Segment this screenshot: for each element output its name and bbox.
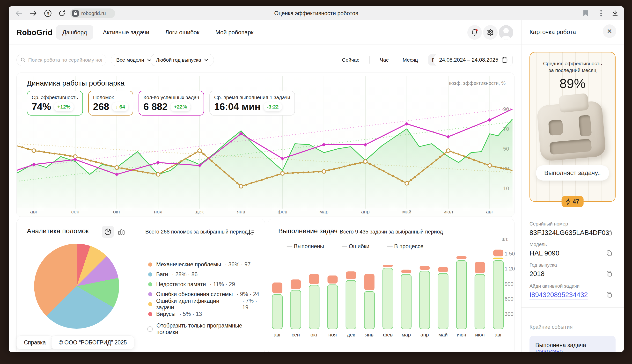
kpi-value: 6 882 xyxy=(143,101,168,112)
robot-image xyxy=(536,93,609,163)
app-logo: RoboGrid xyxy=(16,28,52,37)
legend-item-task-id-errors[interactable]: Ошибки идентификации задачи· 7% · 19 xyxy=(148,299,265,309)
svg-text:янв: янв xyxy=(237,209,245,214)
task-id-link[interactable]: I894320895234432 xyxy=(530,291,588,300)
notifications-button[interactable] xyxy=(467,25,482,40)
pie-chart-icon xyxy=(104,228,112,236)
main-nav: Дэшборд Активные задачи Логи ошибок Мой … xyxy=(56,20,260,44)
browser-menu-icon[interactable] xyxy=(597,9,606,18)
chevron-down-icon xyxy=(204,58,208,62)
kpi-successful-tasks[interactable]: Кол-во успешных задач 6 882+22% xyxy=(138,91,204,116)
copy-model-button[interactable] xyxy=(605,249,614,258)
task-id-label: Айди активной задачи xyxy=(530,283,580,289)
copy-icon xyxy=(606,250,613,256)
svg-text:авг: авг xyxy=(30,209,38,214)
robot-card-caption: за последний месяц xyxy=(530,67,615,74)
copy-year-button[interactable] xyxy=(605,269,614,278)
serial-value: 83FJ324LG635LAB4DF03 xyxy=(530,229,609,236)
bookmark-icon[interactable] xyxy=(581,9,590,18)
robot-efficiency-value: 89% xyxy=(530,76,615,91)
forward-button[interactable] xyxy=(29,9,38,18)
range-tab-now[interactable]: Сейчас xyxy=(338,54,363,66)
legend-dot xyxy=(148,262,152,266)
event-link[interactable]: I48394359.. xyxy=(535,348,566,352)
robot-energy-badge[interactable]: 47 xyxy=(562,196,584,207)
legend-item-memory[interactable]: Недостаток памяти· 11% · 29 xyxy=(148,280,265,289)
nav-tab-active-tasks[interactable]: Активные задачи xyxy=(97,25,156,40)
legend-meta: · 9% · 24 xyxy=(237,291,259,298)
reload-button[interactable] xyxy=(58,9,66,18)
kpi-label: Поломок xyxy=(93,94,128,100)
svg-text:фев: фев xyxy=(383,332,393,338)
pie-view-button[interactable] xyxy=(102,226,114,238)
sort-icon xyxy=(248,229,255,236)
tasks-card: Выполнение задач Всего 9 435 задачи за в… xyxy=(268,219,514,352)
lightning-icon xyxy=(566,198,571,205)
copyright-text: © ООО “РОБОГРИД” 2025 xyxy=(59,339,127,346)
legend-meta: · 7% · 19 xyxy=(242,298,265,311)
svg-text:дек: дек xyxy=(347,332,355,338)
help-button[interactable]: Справка xyxy=(16,336,53,350)
kpi-row: Ср. эффективность 74%+12% Поломок 268↓ 6… xyxy=(27,91,295,116)
legend-label: Вирусы xyxy=(156,311,176,317)
range-tab-month[interactable]: Месяц xyxy=(399,54,422,66)
legend-dot xyxy=(148,272,152,276)
address-bar[interactable]: robogrid.ru xyxy=(70,8,115,18)
nav-tab-dashboard[interactable]: Дэшборд xyxy=(56,25,93,40)
model-select[interactable]: Все модели xyxy=(111,54,157,66)
bar-view-button[interactable] xyxy=(115,226,128,238)
legend-item-bugs[interactable]: Баги· 28% · 86 xyxy=(148,270,265,280)
calendar-icon xyxy=(502,57,508,63)
event-card[interactable]: Выполнена задача I48394359.. Сегодня, 14… xyxy=(530,336,616,352)
breakdown-pie-chart[interactable] xyxy=(34,244,119,329)
search-input[interactable] xyxy=(28,57,102,63)
time-range-tabs: Сейчас Час Месяц Год xyxy=(338,54,444,66)
back-button[interactable] xyxy=(14,9,23,18)
nav-tab-error-logs[interactable]: Логи ошибок xyxy=(159,25,206,40)
software-only-toggle[interactable]: Отобразить только программные поломки xyxy=(147,322,265,336)
svg-text:сен: сен xyxy=(292,332,300,338)
browser-tab-title: Оценка эффективности роботов xyxy=(274,10,358,17)
yandex-browser-icon[interactable]: Я xyxy=(44,9,52,18)
legend-label: Недостаток памяти xyxy=(156,281,206,288)
downloads-icon[interactable] xyxy=(611,9,620,18)
kpi-delta-badge: -3:22 xyxy=(264,102,282,112)
year-select[interactable]: Любой год выпуска xyxy=(150,54,214,66)
svg-text:авг: авг xyxy=(486,209,494,214)
range-tab-hour[interactable]: Час xyxy=(376,54,392,66)
year-select-value: Любой год выпуска xyxy=(156,57,201,63)
svg-text:янв: янв xyxy=(365,332,374,338)
axis-note: коэф. эффективности, % xyxy=(449,80,506,86)
legend-item-mechanical[interactable]: Механические проблемы· 36% · 97 xyxy=(148,260,265,270)
nav-tab-robopark[interactable]: Мой робопарк xyxy=(209,25,260,40)
robot-search xyxy=(16,54,106,66)
robot-panel-title: Карточка робота xyxy=(530,28,576,36)
close-panel-button[interactable]: ✕ xyxy=(603,24,616,38)
settings-button[interactable] xyxy=(483,25,498,40)
user-avatar[interactable] xyxy=(499,25,513,40)
person-icon xyxy=(499,25,513,40)
sort-button[interactable] xyxy=(246,227,256,238)
copy-icon xyxy=(606,229,613,236)
date-range-picker[interactable]: 24.08.2024 – 24.08.2025 xyxy=(434,54,512,66)
svg-text:900: 900 xyxy=(504,281,514,287)
svg-text:июл: июл xyxy=(475,332,484,338)
range-divider xyxy=(370,56,370,64)
date-range-value: 24.08.2024 – 24.08.2025 xyxy=(439,57,498,63)
kpi-avg-task-time[interactable]: Ср. время выполнения 1 задачи 16:04 мин-… xyxy=(210,91,295,116)
svg-text:июн: июн xyxy=(457,332,466,338)
breakdown-total: Всего 268 поломок за выбранный период xyxy=(145,229,248,235)
kpi-label: Ср. время выполнения 1 задачи xyxy=(214,94,290,100)
robot-status-pill[interactable]: Выполняет задачу.. xyxy=(536,165,609,180)
dynamics-card: Динамика работы робопарка коэф. эффектив… xyxy=(16,72,514,217)
model-value: HAL 9090 xyxy=(530,250,560,257)
copy-serial-button[interactable] xyxy=(605,228,614,237)
legend-label: Ошибки идентификации задачи xyxy=(156,298,238,311)
search-icon xyxy=(20,57,26,63)
legend-dot xyxy=(148,312,152,316)
copy-task-id-button[interactable] xyxy=(605,290,614,299)
kpi-breakdowns[interactable]: Поломок 268↓ 64 xyxy=(88,91,133,116)
kpi-efficiency[interactable]: Ср. эффективность 74%+12% xyxy=(27,91,83,116)
svg-text:1 500: 1 500 xyxy=(504,251,515,257)
help-label: Справка xyxy=(24,339,46,346)
